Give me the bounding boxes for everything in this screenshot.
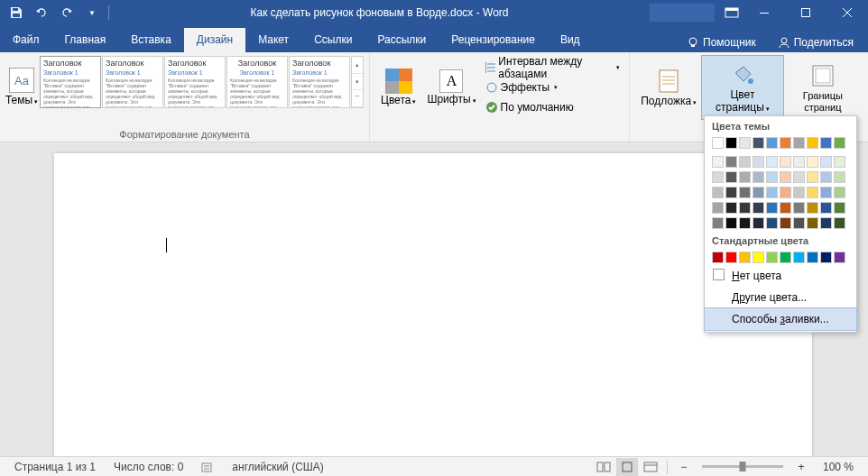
color-swatch[interactable] [739, 156, 751, 168]
color-swatch[interactable] [725, 137, 737, 149]
color-swatch[interactable] [780, 202, 791, 214]
color-swatch[interactable] [820, 187, 832, 198]
color-swatch[interactable] [793, 202, 805, 214]
themes-button[interactable]: Темы▾ [5, 56, 38, 119]
color-swatch[interactable] [712, 156, 724, 168]
color-swatch[interactable] [712, 187, 724, 198]
color-swatch[interactable] [807, 156, 818, 168]
page[interactable] [54, 153, 812, 456]
color-swatch[interactable] [820, 137, 832, 149]
print-layout-button[interactable] [616, 458, 638, 476]
color-swatch[interactable] [807, 187, 818, 198]
color-swatch[interactable] [753, 202, 764, 214]
color-swatch[interactable] [766, 137, 778, 149]
undo-button[interactable] [32, 4, 51, 22]
color-swatch[interactable] [834, 156, 845, 168]
close-button[interactable] [826, 0, 868, 25]
redo-button[interactable] [58, 4, 76, 22]
style-set-3[interactable]: ЗаголовокЗаголовок 1Коллекция на вкладке… [164, 56, 226, 108]
color-swatch[interactable] [739, 252, 751, 263]
set-default[interactable]: По умолчанию [482, 97, 624, 117]
color-swatch[interactable] [793, 156, 805, 168]
color-swatch[interactable] [834, 137, 845, 149]
page-color-button[interactable]: Цвет страницы▾ [702, 56, 783, 119]
tab-insert[interactable]: Вставка [118, 28, 184, 52]
color-swatch[interactable] [807, 171, 818, 183]
color-swatch[interactable] [780, 187, 791, 198]
tab-layout[interactable]: Макет [245, 28, 301, 52]
color-swatch[interactable] [725, 202, 737, 214]
maximize-button[interactable] [785, 0, 826, 25]
color-swatch[interactable] [834, 202, 845, 214]
more-colors-item[interactable]: Другие цвета... [705, 287, 856, 308]
color-swatch[interactable] [753, 156, 764, 168]
status-language[interactable]: английский (США) [223, 461, 332, 473]
color-swatch[interactable] [712, 171, 724, 183]
gallery-expand[interactable]: ▴▾⎺ [351, 56, 364, 108]
qat-customize[interactable]: ▼ [83, 4, 101, 22]
color-swatch[interactable] [793, 252, 805, 263]
color-swatch[interactable] [807, 137, 818, 149]
color-swatch[interactable] [793, 171, 805, 183]
color-swatch[interactable] [739, 217, 751, 229]
tab-review[interactable]: Рецензирование [439, 28, 548, 52]
color-swatch[interactable] [766, 171, 778, 183]
color-swatch[interactable] [753, 252, 764, 263]
style-set-4[interactable]: ЗаголовокЗаголовок 1Коллекция на вкладке… [226, 56, 288, 108]
color-swatch[interactable] [820, 156, 832, 168]
color-swatch[interactable] [753, 171, 764, 183]
color-swatch[interactable] [725, 171, 737, 183]
color-swatch[interactable] [753, 137, 764, 149]
color-swatch[interactable] [793, 217, 805, 229]
color-swatch[interactable] [780, 217, 791, 229]
color-swatch[interactable] [780, 252, 791, 263]
color-swatch[interactable] [739, 137, 751, 149]
color-swatch[interactable] [725, 156, 737, 168]
color-swatch[interactable] [766, 156, 778, 168]
watermark-button[interactable]: Подложка▾ [635, 56, 702, 119]
tab-view[interactable]: Вид [548, 28, 593, 52]
zoom-in-button[interactable]: + [790, 458, 812, 476]
share-button[interactable]: Поделиться [772, 32, 859, 52]
color-swatch[interactable] [820, 252, 832, 263]
effects-button[interactable]: Эффекты▾ [482, 78, 624, 97]
color-swatch[interactable] [820, 217, 832, 229]
fill-effects-item[interactable]: Способы заливки... [705, 308, 856, 330]
zoom-level[interactable]: 100 % [814, 461, 863, 473]
web-layout-button[interactable] [640, 458, 661, 476]
color-swatch[interactable] [725, 252, 737, 263]
color-swatch[interactable] [766, 217, 778, 229]
color-swatch[interactable] [766, 187, 778, 198]
zoom-thumb[interactable] [739, 462, 745, 471]
minimize-button[interactable] [743, 0, 785, 25]
color-swatch[interactable] [807, 252, 818, 263]
style-gallery[interactable]: ЗаголовокЗаголовок 1Коллекция на вкладке… [40, 56, 364, 108]
color-swatch[interactable] [793, 187, 805, 198]
color-swatch[interactable] [780, 171, 791, 183]
color-swatch[interactable] [753, 217, 764, 229]
colors-button[interactable]: Цвета▾ [375, 56, 421, 119]
style-set-5[interactable]: ЗаголовокЗаголовок 1Коллекция на вкладке… [289, 56, 350, 108]
tab-mailings[interactable]: Рассылки [365, 28, 439, 52]
color-swatch[interactable] [793, 137, 805, 149]
color-swatch[interactable] [712, 137, 724, 149]
zoom-out-button[interactable]: − [673, 458, 695, 476]
color-swatch[interactable] [834, 187, 845, 198]
paragraph-spacing[interactable]: Интервал между абзацами▾ [482, 58, 624, 78]
ribbon-options-icon[interactable] [720, 1, 743, 24]
color-swatch[interactable] [807, 217, 818, 229]
color-swatch[interactable] [766, 202, 778, 214]
fonts-button[interactable]: A Шрифты▾ [421, 56, 481, 119]
tab-home[interactable]: Главная [52, 28, 119, 52]
tab-references[interactable]: Ссылки [301, 28, 365, 52]
style-set-1[interactable]: ЗаголовокЗаголовок 1Коллекция на вкладке… [40, 56, 101, 108]
read-mode-button[interactable] [593, 458, 614, 476]
status-words[interactable]: Число слов: 0 [105, 461, 192, 473]
style-set-2[interactable]: ЗаголовокЗаголовок 1Коллекция на вкладке… [102, 56, 163, 108]
color-swatch[interactable] [820, 171, 832, 183]
tab-design[interactable]: Дизайн [184, 28, 245, 52]
color-swatch[interactable] [712, 252, 724, 263]
color-swatch[interactable] [739, 187, 751, 198]
status-proofing-icon[interactable] [192, 461, 223, 473]
color-swatch[interactable] [766, 252, 778, 263]
